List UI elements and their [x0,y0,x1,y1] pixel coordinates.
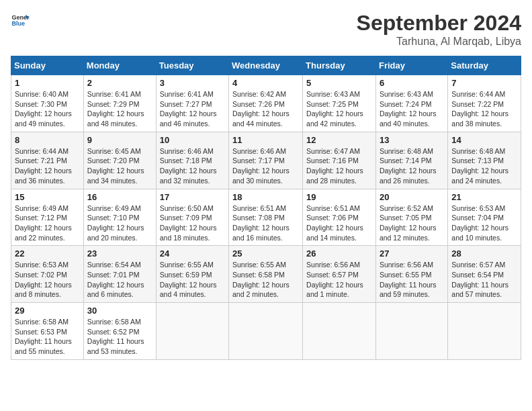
day-info: Sunrise: 6:47 AM Sunset: 7:16 PM Dayligh… [306,146,372,186]
day-number: 7 [451,78,517,88]
day-info: Sunrise: 6:41 AM Sunset: 7:27 PM Dayligh… [160,89,225,129]
day-number: 26 [306,248,372,259]
day-number: 13 [380,135,444,145]
day-info: Sunrise: 6:57 AM Sunset: 6:54 PM Dayligh… [451,260,517,300]
calendar-cell [448,303,521,360]
calendar-cell: 2Sunrise: 6:41 AM Sunset: 7:29 PM Daylig… [83,75,156,132]
logo: General Blue [11,11,30,30]
day-number: 2 [87,78,152,88]
calendar-cell: 22Sunrise: 6:53 AM Sunset: 7:02 PM Dayli… [11,246,84,303]
calendar-cell: 4Sunrise: 6:42 AM Sunset: 7:26 PM Daylig… [229,75,303,132]
weekday-header: Friday [375,56,447,75]
calendar-cell: 13Sunrise: 6:48 AM Sunset: 7:14 PM Dayli… [375,132,447,189]
day-number: 21 [451,192,517,202]
day-number: 4 [232,78,299,88]
logo-icon: General Blue [11,11,30,30]
calendar-cell: 15Sunrise: 6:49 AM Sunset: 7:12 PM Dayli… [11,189,84,246]
day-info: Sunrise: 6:41 AM Sunset: 7:29 PM Dayligh… [87,89,152,129]
day-info: Sunrise: 6:58 AM Sunset: 6:52 PM Dayligh… [87,317,152,357]
day-info: Sunrise: 6:40 AM Sunset: 7:30 PM Dayligh… [15,89,80,129]
calendar-cell: 1Sunrise: 6:40 AM Sunset: 7:30 PM Daylig… [11,75,84,132]
calendar-cell [229,303,303,360]
day-number: 12 [306,135,372,145]
day-number: 10 [160,135,225,145]
calendar-cell: 11Sunrise: 6:46 AM Sunset: 7:17 PM Dayli… [229,132,303,189]
day-info: Sunrise: 6:49 AM Sunset: 7:10 PM Dayligh… [87,203,152,243]
day-number: 3 [160,78,225,88]
day-number: 19 [306,192,372,202]
weekday-header: Wednesday [229,56,303,75]
day-number: 20 [380,192,444,202]
calendar-cell [156,303,228,360]
calendar-cell: 30Sunrise: 6:58 AM Sunset: 6:52 PM Dayli… [83,303,156,360]
day-info: Sunrise: 6:42 AM Sunset: 7:26 PM Dayligh… [232,89,299,129]
month-title: September 2024 [357,11,521,36]
calendar-cell: 9Sunrise: 6:45 AM Sunset: 7:20 PM Daylig… [83,132,156,189]
day-info: Sunrise: 6:56 AM Sunset: 6:55 PM Dayligh… [380,260,444,300]
day-info: Sunrise: 6:46 AM Sunset: 7:18 PM Dayligh… [160,146,225,186]
calendar-cell: 5Sunrise: 6:43 AM Sunset: 7:25 PM Daylig… [303,75,376,132]
calendar-cell: 20Sunrise: 6:52 AM Sunset: 7:05 PM Dayli… [375,189,447,246]
calendar-header: SundayMondayTuesdayWednesdayThursdayFrid… [11,56,521,75]
svg-text:Blue: Blue [11,20,25,27]
day-info: Sunrise: 6:56 AM Sunset: 6:57 PM Dayligh… [306,260,372,300]
weekday-header: Saturday [448,56,521,75]
day-number: 29 [15,306,80,316]
weekday-header: Sunday [11,56,84,75]
calendar-cell [375,303,447,360]
day-info: Sunrise: 6:54 AM Sunset: 7:01 PM Dayligh… [87,260,152,300]
day-info: Sunrise: 6:43 AM Sunset: 7:25 PM Dayligh… [306,89,372,129]
calendar-cell: 28Sunrise: 6:57 AM Sunset: 6:54 PM Dayli… [448,246,521,303]
day-number: 24 [160,248,225,259]
day-info: Sunrise: 6:45 AM Sunset: 7:20 PM Dayligh… [87,146,152,186]
day-info: Sunrise: 6:55 AM Sunset: 6:59 PM Dayligh… [160,260,225,300]
day-number: 9 [87,135,152,145]
day-number: 17 [160,192,225,202]
day-info: Sunrise: 6:48 AM Sunset: 7:14 PM Dayligh… [380,146,444,186]
day-info: Sunrise: 6:52 AM Sunset: 7:05 PM Dayligh… [380,203,444,243]
day-info: Sunrise: 6:43 AM Sunset: 7:24 PM Dayligh… [380,89,444,129]
calendar-cell: 26Sunrise: 6:56 AM Sunset: 6:57 PM Dayli… [303,246,376,303]
day-info: Sunrise: 6:55 AM Sunset: 6:58 PM Dayligh… [232,260,299,300]
day-info: Sunrise: 6:50 AM Sunset: 7:09 PM Dayligh… [160,203,225,243]
calendar-cell: 18Sunrise: 6:51 AM Sunset: 7:08 PM Dayli… [229,189,303,246]
calendar-cell: 23Sunrise: 6:54 AM Sunset: 7:01 PM Dayli… [83,246,156,303]
calendar-cell: 21Sunrise: 6:53 AM Sunset: 7:04 PM Dayli… [448,189,521,246]
calendar-table: SundayMondayTuesdayWednesdayThursdayFrid… [11,56,521,360]
calendar-cell [303,303,376,360]
calendar-cell: 16Sunrise: 6:49 AM Sunset: 7:10 PM Dayli… [83,189,156,246]
day-number: 30 [87,306,152,316]
page-header: General Blue September 2024 Tarhuna, Al … [11,11,521,48]
day-info: Sunrise: 6:51 AM Sunset: 7:06 PM Dayligh… [306,203,372,243]
day-number: 18 [232,192,299,202]
day-number: 22 [15,248,80,259]
day-number: 25 [232,248,299,259]
day-info: Sunrise: 6:44 AM Sunset: 7:22 PM Dayligh… [451,89,517,129]
calendar-cell: 29Sunrise: 6:58 AM Sunset: 6:53 PM Dayli… [11,303,84,360]
day-number: 5 [306,78,372,88]
calendar-cell: 27Sunrise: 6:56 AM Sunset: 6:55 PM Dayli… [375,246,447,303]
day-number: 15 [15,192,80,202]
day-info: Sunrise: 6:51 AM Sunset: 7:08 PM Dayligh… [232,203,299,243]
day-number: 23 [87,248,152,259]
day-number: 1 [15,78,80,88]
day-number: 11 [232,135,299,145]
day-info: Sunrise: 6:49 AM Sunset: 7:12 PM Dayligh… [15,203,80,243]
day-info: Sunrise: 6:53 AM Sunset: 7:02 PM Dayligh… [15,260,80,300]
calendar-cell: 25Sunrise: 6:55 AM Sunset: 6:58 PM Dayli… [229,246,303,303]
calendar-cell: 19Sunrise: 6:51 AM Sunset: 7:06 PM Dayli… [303,189,376,246]
calendar-cell: 8Sunrise: 6:44 AM Sunset: 7:21 PM Daylig… [11,132,84,189]
day-number: 14 [451,135,517,145]
weekday-header: Tuesday [156,56,228,75]
calendar-cell: 3Sunrise: 6:41 AM Sunset: 7:27 PM Daylig… [156,75,228,132]
title-block: September 2024 Tarhuna, Al Marqab, Libya [357,11,521,48]
calendar-cell: 14Sunrise: 6:48 AM Sunset: 7:13 PM Dayli… [448,132,521,189]
day-number: 27 [380,248,444,259]
day-number: 6 [380,78,444,88]
day-info: Sunrise: 6:46 AM Sunset: 7:17 PM Dayligh… [232,146,299,186]
day-info: Sunrise: 6:58 AM Sunset: 6:53 PM Dayligh… [15,317,80,357]
day-info: Sunrise: 6:44 AM Sunset: 7:21 PM Dayligh… [15,146,80,186]
calendar-cell: 10Sunrise: 6:46 AM Sunset: 7:18 PM Dayli… [156,132,228,189]
day-info: Sunrise: 6:53 AM Sunset: 7:04 PM Dayligh… [451,203,517,243]
weekday-header: Monday [83,56,156,75]
